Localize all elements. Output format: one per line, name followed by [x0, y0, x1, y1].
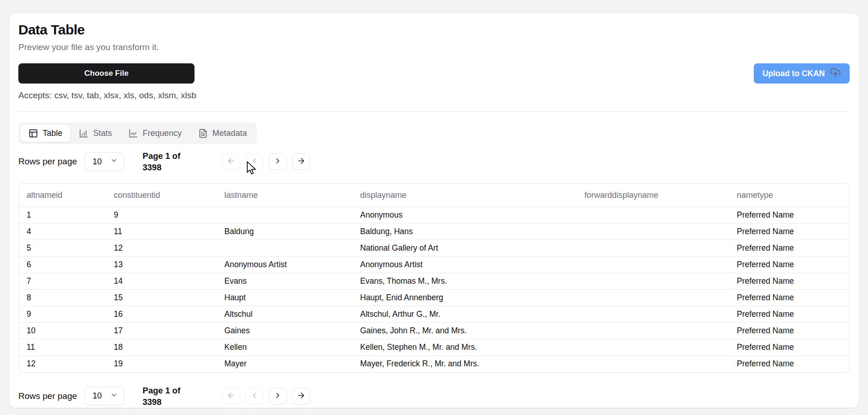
last-page-button[interactable]: [292, 153, 310, 170]
arrow-right-icon: [297, 157, 306, 167]
first-page-button[interactable]: [222, 388, 240, 404]
table-row: 1017GainesGaines, John R., Mr. and Mrs.P…: [19, 323, 849, 339]
table-cell: Preferred Name: [729, 240, 849, 257]
table-cell: Preferred Name: [729, 290, 849, 306]
upload-row: Choose File Accepts: csv, tsv, tab, xlsx…: [18, 63, 850, 101]
table-cell: [217, 240, 352, 257]
table-header: altnameidconstituentidlastnamedisplaynam…: [19, 184, 849, 207]
table-cell: [577, 306, 729, 323]
table-cell: Gaines: [217, 323, 352, 339]
page-info: Page 1 of 3398: [143, 150, 182, 173]
chevron-left-icon: [250, 157, 259, 167]
next-page-button[interactable]: [269, 153, 287, 170]
table-cell: National Gallery of Art: [352, 240, 577, 257]
table-cell: Altschul: [217, 306, 352, 323]
choose-file-button[interactable]: Choose File: [18, 63, 195, 84]
upload-to-ckan-button[interactable]: Upload to CKAN: [754, 63, 850, 84]
table-cell: Mayer, Frederick R., Mr. and Mrs.: [352, 356, 577, 372]
first-page-button[interactable]: [222, 153, 240, 170]
table-cell: 4: [19, 224, 106, 240]
table-cell: Preferred Name: [729, 323, 849, 339]
table-cell: Haupt: [217, 290, 352, 306]
table-cell: Preferred Name: [729, 339, 849, 356]
table-cell: 11: [106, 224, 217, 240]
accepted-formats-note: Accepts: csv, tsv, tab, xlsx, xls, ods, …: [18, 90, 196, 101]
section-divider: [18, 112, 850, 112]
page-info-line2: 3398: [143, 163, 161, 172]
table-cell: 9: [106, 207, 217, 224]
upload-to-ckan-label: Upload to CKAN: [762, 69, 825, 79]
arrow-right-icon: [297, 391, 306, 401]
table-cell: 15: [106, 290, 217, 306]
table-row: 512National Gallery of ArtPreferred Name: [19, 240, 849, 257]
tab-metadata[interactable]: Metadata: [190, 125, 255, 142]
table-cell: Preferred Name: [729, 306, 849, 323]
table-row: 1219MayerMayer, Frederick R., Mr. and Mr…: [19, 356, 849, 372]
table-cell: Anonymous Artist: [352, 257, 577, 273]
pagination-buttons: [222, 153, 310, 170]
bar-chart-icon: [79, 129, 89, 138]
table-cell: [577, 240, 729, 257]
page-subtitle: Preview your file as you transform it.: [18, 41, 850, 53]
table-cell: 17: [106, 323, 217, 339]
table-cell: Haupt, Enid Annenberg: [352, 290, 577, 306]
table-cell: 11: [19, 339, 106, 356]
tab-table[interactable]: Table: [21, 125, 70, 142]
tab-frequency-label: Frequency: [143, 129, 182, 138]
file-text-icon: [198, 129, 208, 138]
rows-per-page-label: Rows per page: [18, 391, 77, 401]
previous-page-button[interactable]: [245, 153, 263, 170]
table-cell: Altschul, Arthur G., Mr.: [352, 306, 577, 323]
chevron-down-icon: [110, 157, 118, 167]
rows-per-page-select[interactable]: 10: [84, 152, 124, 171]
table-row: 714EvansEvans, Thomas M., Mrs.Preferred …: [19, 273, 849, 290]
table-cell: 16: [106, 306, 217, 323]
table-cell: 18: [106, 339, 217, 356]
arrow-left-icon: [227, 391, 235, 401]
tab-stats[interactable]: Stats: [71, 125, 120, 142]
table-row: 815HauptHaupt, Enid AnnenbergPreferred N…: [19, 290, 849, 306]
last-page-button[interactable]: [292, 388, 310, 404]
table-cell: 5: [19, 240, 106, 257]
chevron-right-icon: [273, 157, 282, 167]
table-cell: 8: [19, 290, 106, 306]
table-cell: [577, 323, 729, 339]
tab-stats-label: Stats: [93, 129, 112, 138]
rows-per-page-select[interactable]: 10: [84, 387, 124, 405]
table-header-row: altnameidconstituentidlastnamedisplaynam…: [19, 184, 849, 207]
tab-frequency[interactable]: Frequency: [121, 125, 189, 142]
column-header-nametype: nametype: [729, 184, 849, 207]
table-cell: Preferred Name: [729, 273, 849, 290]
chevron-left-icon: [250, 391, 259, 401]
previous-page-button[interactable]: [245, 388, 263, 404]
table-cell: Evans, Thomas M., Mrs.: [352, 273, 577, 290]
table-cell: Preferred Name: [729, 224, 849, 240]
line-chart-icon: [128, 129, 138, 138]
view-tabs: Table Stats Frequency: [18, 123, 257, 144]
next-page-button[interactable]: [269, 388, 287, 404]
table-cell: Preferred Name: [729, 356, 849, 372]
table-cell: 13: [106, 257, 217, 273]
rows-per-page-label: Rows per page: [18, 157, 77, 167]
data-table: altnameidconstituentidlastnamedisplaynam…: [19, 184, 849, 372]
file-input-group: Choose File Accepts: csv, tsv, tab, xlsx…: [18, 63, 196, 101]
page-info-line1: Page 1 of: [143, 151, 180, 161]
page-info-line2: 3398: [143, 397, 161, 407]
table-cell: Baldung: [217, 224, 352, 240]
table-cell: Preferred Name: [729, 207, 849, 224]
table-cell: Preferred Name: [729, 257, 849, 273]
rows-per-page-value: 10: [93, 391, 102, 401]
table-cell: [217, 207, 352, 224]
tab-table-label: Table: [43, 129, 62, 138]
table-cell: [577, 356, 729, 372]
arrow-left-icon: [227, 157, 235, 167]
table-cell: 14: [106, 273, 217, 290]
table-cell: Baldung, Hans: [352, 224, 577, 240]
table-cell: [577, 207, 729, 224]
table-cell: Mayer: [217, 356, 352, 372]
table-cell: 7: [19, 273, 106, 290]
table-cell: [577, 224, 729, 240]
table-cell: 6: [19, 257, 106, 273]
page-title: Data Table: [18, 21, 850, 39]
table-cell: Anonymous Artist: [217, 257, 352, 273]
